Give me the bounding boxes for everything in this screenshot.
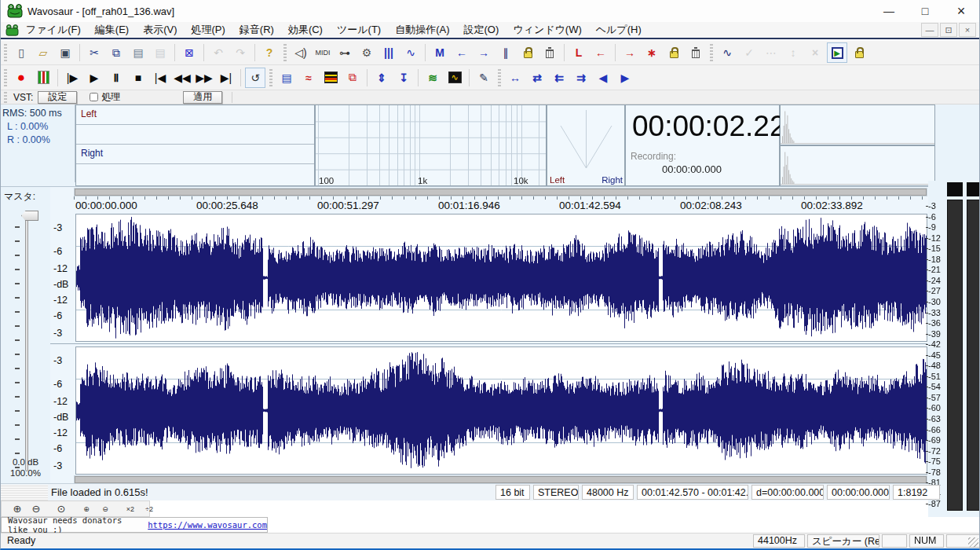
channel-view-icon[interactable]: ≋ [422,68,443,88]
lock-loop-points-icon[interactable] [664,42,684,63]
stop-icon[interactable]: ■ [128,68,148,88]
menu-item[interactable]: 表示(V) [136,21,184,38]
menu-item[interactable]: 録音(R) [232,21,281,38]
toolbar-grip[interactable] [269,69,272,86]
sonogram-icon[interactable] [320,68,341,88]
copy-icon[interactable]: ⧉ [106,42,126,63]
top-scrollbar[interactable] [74,188,927,196]
toolbar-grip[interactable] [4,92,7,103]
menu-item[interactable]: 編集(E) [88,21,136,38]
go-to-end-icon[interactable]: ▶| [216,68,236,88]
pause-icon[interactable]: Ⅱ [106,68,126,88]
master-slider-track[interactable] [25,212,28,471]
resample-wave-icon[interactable]: ∿ [400,42,421,63]
right-channel-canvas[interactable] [75,346,927,475]
draw-wave-icon[interactable]: ✎ [474,68,494,88]
toolbar-grip[interactable] [710,44,713,61]
go-to-start-icon[interactable]: |◀ [150,68,170,88]
copy-sonogram-icon[interactable]: ⧉ [342,68,363,88]
play-from-cursor-icon[interactable]: |▶ [62,68,82,88]
trim-ends-icon[interactable]: ⇇ [549,68,569,88]
vertical-zoom-wave-icon[interactable]: ⇕ [371,68,392,88]
lock-markers-icon[interactable] [517,42,538,63]
delete-loop-points-icon[interactable] [686,42,706,63]
save-icon[interactable]: ▣ [55,42,75,63]
zoom-out-icon[interactable]: ⊖ [27,502,45,516]
new-file-icon[interactable]: ▯ [11,42,31,63]
go-to-cursor-icon[interactable]: ↧ [393,68,414,88]
toolbar-grip[interactable] [498,69,501,86]
toolbar-grip[interactable] [4,69,7,86]
spectrum-analysis-icon[interactable]: ≈ [298,68,319,88]
menu-item[interactable]: ツール(T) [330,21,388,38]
statistics-icon[interactable]: ▤ [276,68,297,88]
rewind-icon[interactable]: ◀◀ [172,68,192,88]
batch-processor-icon[interactable]: ⊶ [335,42,355,63]
insert-silence-icon[interactable]: ⇉ [571,68,591,88]
toolbar-grip[interactable] [283,44,287,61]
close-button[interactable]: × [943,0,979,22]
master-slider-thumb[interactable] [21,211,38,221]
fast-forward-icon[interactable]: ▶▶ [194,68,214,88]
zoom-in-icon[interactable]: ⊕ [9,502,26,516]
insert-loop-points-icon[interactable]: ∗ [642,42,662,63]
next-marker-icon[interactable]: → [474,42,494,63]
lock-envelope-icon[interactable] [849,42,869,63]
open-file-icon[interactable]: ▱ [33,42,53,63]
zoom-vertical-in-icon[interactable]: ⊕ [78,502,95,516]
waveform-display-icon[interactable]: ∿ [444,68,465,88]
menu-item[interactable]: ヘルプ(H) [589,21,649,38]
mdi-restore-button[interactable]: ⊡ [940,23,957,37]
record-monitor-icon[interactable] [33,68,53,88]
menu-item[interactable]: ウィンドウ(W) [506,21,588,38]
trim-selection-icon[interactable]: ⊠ [179,42,199,63]
fade-out-icon[interactable]: ▶ [615,68,635,88]
loop-points-icon[interactable]: ||| [378,42,399,63]
left-channel-canvas[interactable] [75,214,927,342]
volume-envelope-icon[interactable]: ∿ [717,42,737,63]
play-envelope-icon[interactable]: ▶ [827,42,847,63]
top-scrollbar-thumb[interactable] [75,189,927,196]
vst-apply-button[interactable]: 適用 [183,91,222,104]
timeline-ruler[interactable]: 00:00:00.00000:00:25.64800:00:51.29700:0… [74,198,927,214]
menu-item[interactable]: ファイル(F) [19,21,88,38]
insert-marker-icon[interactable]: ∥ [495,42,516,63]
zoom-selection-icon[interactable]: ⊙ [53,502,70,516]
midi-icon[interactable]: MIDI [313,42,333,63]
loop-end-icon[interactable]: → [620,42,640,63]
zoom-vertical-out-icon[interactable]: ⊖ [97,502,114,516]
options-icon[interactable]: ⚙ [357,42,377,63]
cut-icon[interactable]: ✂ [84,42,104,63]
normalize-selection-icon[interactable]: ↔ [505,68,525,88]
minimize-button[interactable]: — [871,0,907,22]
loop-point-icon[interactable]: L [569,42,589,63]
resize-grip[interactable] [968,537,978,548]
mdi-minimize-button[interactable]: — [921,23,938,37]
record-icon[interactable]: ● [11,68,31,88]
menu-item[interactable]: 効果(C) [281,21,330,38]
menu-item[interactable]: 設定(O) [457,21,506,38]
bottom-scrollbar-thumb[interactable] [75,476,927,483]
maximize-button[interactable]: □ [907,0,943,22]
toolbar-grip[interactable] [4,44,7,61]
zoom-x2-icon[interactable]: ×2 [122,502,139,516]
marker-icon[interactable]: M [430,42,450,63]
vst-process-checkbox[interactable] [90,93,98,101]
fade-in-icon[interactable]: ◀ [593,68,613,88]
audio-config-icon[interactable]: ◁) [291,42,311,63]
help-icon[interactable]: ? [259,42,280,63]
play-icon[interactable]: ▶ [84,68,104,88]
vst-settings-button[interactable]: 設定 [38,91,77,104]
paste-icon[interactable]: ▤ [128,42,148,63]
loop-playback-icon[interactable]: ↺ [245,68,265,88]
mdi-close-button[interactable]: × [959,23,976,37]
loop-start-icon[interactable]: ← [591,42,611,63]
menu-item[interactable]: 処理(P) [185,21,232,38]
zoom-half-icon[interactable]: ÷2 [141,502,158,516]
delete-markers-icon[interactable] [539,42,560,63]
record-monitor-icon [38,71,49,84]
previous-marker-icon[interactable]: ← [452,42,472,63]
crop-selection-icon[interactable]: ⇄ [527,68,547,88]
wavosaur-link[interactable]: https://www.wavosaur.com [148,520,267,530]
menu-item[interactable]: 自動操作(A) [388,21,456,38]
